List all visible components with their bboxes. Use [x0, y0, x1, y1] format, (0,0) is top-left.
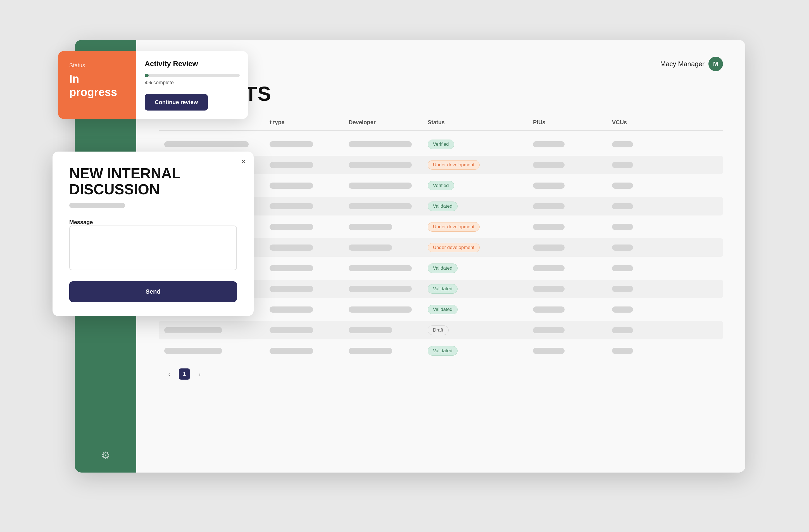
send-button[interactable]: Send — [69, 281, 237, 302]
pagination-prev[interactable]: ‹ — [164, 369, 174, 379]
table-row[interactable]: Validated — [159, 342, 723, 360]
status-value: In progress — [69, 72, 125, 99]
status-badge: Under development — [428, 222, 480, 232]
close-button[interactable]: × — [241, 158, 246, 165]
status-badge: Validated — [428, 346, 458, 356]
table-row[interactable]: Verified — [159, 135, 723, 154]
status-panel: Status In progress — [58, 51, 136, 119]
status-label: Status — [69, 62, 125, 69]
status-badge: Under development — [428, 243, 480, 252]
table-header: t type Developer Status PIUs VCUs — [159, 119, 723, 131]
status-badge: Validated — [428, 284, 458, 294]
table-row[interactable]: Draft — [159, 321, 723, 339]
pagination-next[interactable]: › — [194, 369, 205, 379]
status-badge: Draft — [428, 325, 449, 335]
progress-text: 4% complete — [145, 80, 240, 86]
continue-review-button[interactable]: Continue review — [145, 94, 208, 110]
status-badge: Under development — [428, 160, 480, 170]
modal-title: NEW INTERNAL DISCUSSION — [69, 165, 237, 197]
user-name: Macy Manager — [660, 60, 705, 68]
col-pius: PIUs — [533, 119, 612, 126]
status-badge: Verified — [428, 181, 454, 190]
message-label: Message — [69, 219, 93, 225]
col-name — [164, 119, 270, 126]
activity-title: Activity Review — [145, 59, 240, 68]
status-badge: Validated — [428, 264, 458, 273]
gear-icon[interactable]: ⚙ — [101, 450, 110, 461]
avatar: M — [708, 57, 723, 71]
activity-details: Activity Review 4% complete Continue rev… — [136, 51, 248, 119]
progress-bar-fill — [145, 74, 149, 77]
discussion-modal: × NEW INTERNAL DISCUSSION Message Send — [53, 152, 254, 316]
activity-review-card: Status In progress Activity Review 4% co… — [58, 51, 248, 119]
col-type: t type — [270, 119, 349, 126]
status-badge: Validated — [428, 201, 458, 211]
col-developer: Developer — [349, 119, 428, 126]
user-info: Macy Manager M — [660, 57, 723, 71]
modal-subtitle-placeholder — [69, 203, 125, 208]
message-input[interactable] — [69, 226, 237, 270]
col-status: Status — [428, 119, 533, 126]
pagination: ‹ 1 › — [159, 369, 723, 379]
col-vcus: VCUs — [612, 119, 665, 126]
status-badge: Verified — [428, 140, 454, 149]
pagination-page-1[interactable]: 1 — [179, 369, 190, 379]
status-badge: Validated — [428, 305, 458, 314]
progress-bar-container — [145, 74, 240, 77]
